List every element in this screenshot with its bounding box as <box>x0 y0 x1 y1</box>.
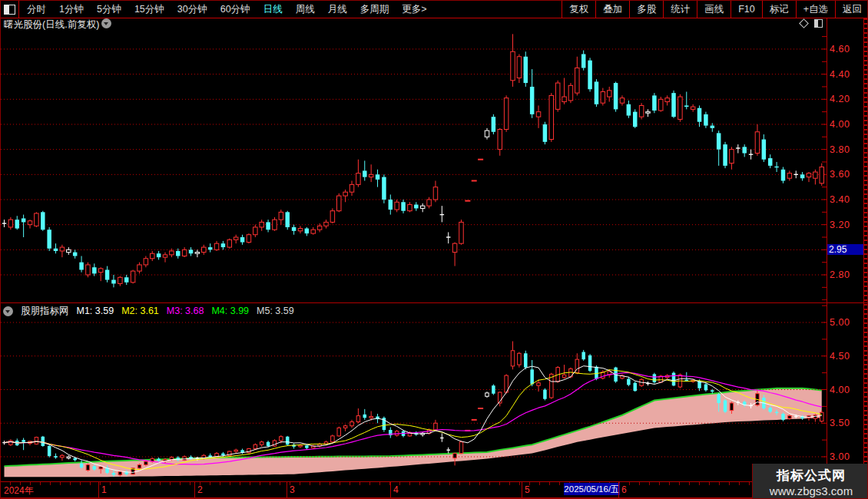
indicator-chart[interactable] <box>1 303 827 481</box>
price-tick-label: 2.80 <box>830 269 863 280</box>
month-label-1: 1 <box>101 484 107 495</box>
period-menu: 分时1分钟5分钟15分钟30分钟60分钟日线周线月线多周期更多> <box>19 3 562 16</box>
month-gridline <box>287 482 287 497</box>
chart-title-row: 曙光股份(日线.前复权) <box>1 18 868 28</box>
month-label-5: 5 <box>525 484 530 495</box>
price-tick-label: 3.50 <box>830 418 863 428</box>
month-gridline <box>98 482 99 497</box>
period-item-3[interactable]: 5分钟 <box>97 3 121 16</box>
price-tick-label: 3.80 <box>830 144 863 155</box>
fine-ruler-strip[interactable] <box>864 18 868 498</box>
action-item-5[interactable]: 画线 <box>697 1 731 18</box>
period-item-4[interactable]: 15分钟 <box>134 3 164 16</box>
period-item-10[interactable]: 多周期 <box>360 3 389 16</box>
action-menu: 复权叠加多股统计画线F10标记+自选返回 <box>562 1 868 18</box>
split-view-icon <box>4 5 15 15</box>
period-item-1[interactable]: 分时 <box>27 3 46 16</box>
trading-app-window: 分时1分钟5分钟15分钟30分钟60分钟日线周线月线多周期更多> 复权叠加多股统… <box>0 0 868 499</box>
period-item-9[interactable]: 月线 <box>328 3 347 16</box>
price-tick-label: 3.20 <box>830 220 863 230</box>
month-gridline <box>390 482 391 497</box>
price-tick-label: 4.60 <box>830 44 863 55</box>
period-item-8[interactable]: 周线 <box>296 3 315 16</box>
last-price-marker: 2.95 <box>827 244 863 255</box>
price-axis-border <box>827 18 827 498</box>
chevron-down-icon[interactable] <box>101 18 111 28</box>
action-item-1[interactable]: 复权 <box>562 1 595 18</box>
action-item-9[interactable]: 返回 <box>835 1 868 18</box>
action-item-8[interactable]: +自选 <box>796 1 835 18</box>
layout-toggle-button[interactable] <box>1 1 19 18</box>
date-axis[interactable]: 2024年 2025/05/16/五 123456 <box>1 482 868 497</box>
pane-separator <box>1 302 868 303</box>
price-tick-label: 3.00 <box>830 451 863 462</box>
action-item-3[interactable]: 多股 <box>629 1 663 18</box>
month-gridline <box>522 482 522 497</box>
year-label: 2024年 <box>4 484 34 497</box>
period-item-11[interactable]: 更多> <box>402 3 426 16</box>
price-tick-label: 4.50 <box>830 351 863 362</box>
main-candlestick-chart[interactable] <box>1 28 827 300</box>
month-label-4: 4 <box>393 484 399 495</box>
action-item-7[interactable]: 标记 <box>762 1 796 18</box>
month-label-2: 2 <box>197 484 203 495</box>
top-toolbar: 分时1分钟5分钟15分钟30分钟60分钟日线周线月线多周期更多> 复权叠加多股统… <box>1 1 868 18</box>
highlighted-date: 2025/05/16/五 <box>564 483 620 495</box>
month-gridline <box>618 482 619 497</box>
month-label-3: 3 <box>290 484 295 495</box>
price-tick-label: 3.60 <box>830 169 863 180</box>
period-item-5[interactable]: 30分钟 <box>177 3 207 16</box>
watermark-title: 指标公式网 <box>777 467 846 484</box>
action-item-6[interactable]: F10 <box>731 1 762 18</box>
month-gridline <box>194 482 195 497</box>
diamond-icon[interactable] <box>799 18 809 28</box>
price-tick-label: 3.40 <box>830 194 863 205</box>
pane-layout-icon[interactable] <box>814 19 823 28</box>
period-item-2[interactable]: 1分钟 <box>59 3 84 16</box>
price-tick-label: 4.20 <box>830 94 863 104</box>
price-tick-label: 5.00 <box>830 317 863 328</box>
watermark-badge: 指标公式网 www.zbgs3.com <box>752 464 868 499</box>
month-label-6: 6 <box>621 484 627 495</box>
price-tick-label: 4.00 <box>830 385 863 395</box>
action-item-2[interactable]: 叠加 <box>595 1 629 18</box>
action-item-4[interactable]: 统计 <box>663 1 697 18</box>
price-tick-label: 4.40 <box>830 69 863 80</box>
price-tick-label: 4.00 <box>830 119 863 130</box>
period-item-7[interactable]: 日线 <box>263 3 283 16</box>
period-item-6[interactable]: 60分钟 <box>220 3 250 16</box>
watermark-url: www.zbgs3.com <box>770 484 853 497</box>
